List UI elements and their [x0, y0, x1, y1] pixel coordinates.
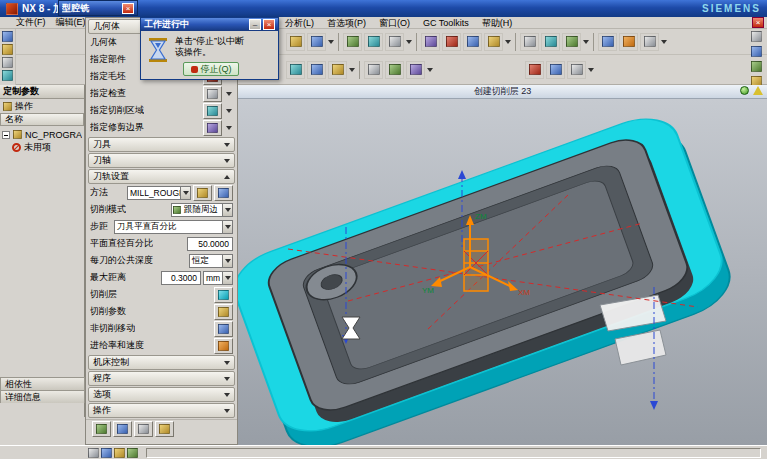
replay-button[interactable]: [113, 421, 132, 437]
cut-levels-button[interactable]: [214, 287, 233, 303]
toolbar-icon[interactable]: [567, 61, 586, 79]
toolbar-icon[interactable]: [525, 61, 544, 79]
chevron-down-icon[interactable]: [224, 120, 233, 136]
section-options[interactable]: 选项: [88, 387, 235, 402]
toolbar-icon[interactable]: [442, 33, 461, 51]
menu-file[interactable]: 文件(F): [16, 16, 46, 29]
toolbar-icon[interactable]: [286, 61, 305, 79]
cut-pattern-select[interactable]: 跟随周边: [171, 203, 233, 217]
toolbar-icon[interactable]: [484, 33, 503, 51]
toolbar-icon[interactable]: [751, 31, 762, 42]
tree-item-unused[interactable]: 未用项: [2, 141, 82, 154]
toolbar-icon[interactable]: [364, 61, 383, 79]
chevron-down-icon[interactable]: [222, 204, 232, 216]
toolbar-icon[interactable]: [2, 44, 13, 55]
non-cutting-moves-button[interactable]: [214, 321, 233, 337]
chevron-down-icon[interactable]: [504, 33, 512, 51]
tab-dependencies[interactable]: 相依性: [0, 377, 85, 390]
minimize-icon[interactable]: –: [249, 19, 261, 30]
toolbar-icon[interactable]: [406, 61, 425, 79]
chevron-down-icon[interactable]: [224, 103, 233, 119]
toolbar-icon[interactable]: [385, 33, 404, 51]
list-button[interactable]: [155, 421, 174, 437]
menu-edit[interactable]: 编辑(E): [56, 16, 86, 29]
statusbar-icon[interactable]: [114, 448, 125, 458]
toolbar-icon[interactable]: [328, 61, 347, 79]
verify-button[interactable]: [134, 421, 153, 437]
chevron-down-icon[interactable]: [222, 272, 232, 284]
max-distance-unit-select[interactable]: mm: [203, 271, 233, 285]
specify-check-button[interactable]: [203, 86, 222, 102]
specify-cut-area-button[interactable]: [203, 103, 222, 119]
statusbar-icon[interactable]: [101, 448, 112, 458]
section-program[interactable]: 程序: [88, 371, 235, 386]
toolbar-icon[interactable]: [343, 33, 362, 51]
method-select[interactable]: MILL_ROUGH: [127, 186, 191, 200]
menu-gc-toolkits[interactable]: GC Toolkits: [423, 18, 469, 28]
stepover-select[interactable]: 刀具平直百分比: [114, 220, 233, 234]
toolbar-icon[interactable]: [546, 61, 565, 79]
toolbar-icon[interactable]: [307, 61, 326, 79]
section-machine-control[interactable]: 机床控制: [88, 355, 235, 370]
toolbar-icon[interactable]: [562, 33, 581, 51]
flat-percent-input[interactable]: 50.0000: [187, 237, 233, 251]
menu-help[interactable]: 帮助(H): [482, 17, 513, 30]
toolbar-icon[interactable]: [286, 33, 305, 51]
toolbar-icon[interactable]: [421, 33, 440, 51]
progress-dialog-titlebar[interactable]: 工作进行中 – ×: [141, 18, 278, 31]
chevron-down-icon[interactable]: [660, 33, 668, 51]
generate-button[interactable]: [92, 421, 111, 437]
new-method-button[interactable]: [214, 185, 233, 201]
depth-per-cut-select[interactable]: 恒定: [189, 254, 233, 268]
section-tool[interactable]: 刀具: [88, 137, 235, 152]
statusbar-icon[interactable]: [88, 448, 99, 458]
menu-window[interactable]: 窗口(O): [379, 17, 410, 30]
name-column-header[interactable]: 名称: [0, 113, 84, 126]
section-tool-axis[interactable]: 刀轴: [88, 153, 235, 168]
chevron-down-icon[interactable]: [222, 255, 232, 267]
specify-trim-button[interactable]: [203, 120, 222, 136]
menu-preferences[interactable]: 首选项(P): [327, 17, 366, 30]
toolbar-icon[interactable]: [619, 33, 638, 51]
chevron-down-icon[interactable]: [587, 61, 595, 79]
chevron-down-icon[interactable]: [426, 61, 434, 79]
chevron-down-icon[interactable]: [222, 221, 232, 233]
toolbar-icon[interactable]: [2, 70, 13, 81]
cutting-parameters-button[interactable]: [214, 304, 233, 320]
statusbar-icon[interactable]: [127, 448, 138, 458]
toolbar-icon[interactable]: [640, 33, 659, 51]
toolbar-icon[interactable]: [541, 33, 560, 51]
toolbar-icon[interactable]: [463, 33, 482, 51]
menu-analysis[interactable]: 分析(L): [285, 17, 314, 30]
tree-item-nc-program[interactable]: NC_PROGRA: [2, 128, 82, 141]
chevron-down-icon[interactable]: [348, 61, 356, 79]
chevron-down-icon[interactable]: [180, 187, 190, 199]
status-sphere-icon[interactable]: [740, 86, 749, 95]
chevron-down-icon[interactable]: [224, 86, 233, 102]
navigator-filter[interactable]: 操作: [0, 99, 84, 113]
toolbar-icon[interactable]: [364, 33, 383, 51]
close-icon[interactable]: ×: [122, 3, 134, 14]
max-distance-input[interactable]: 0.3000: [161, 271, 201, 285]
status-cone-icon[interactable]: [753, 86, 763, 95]
graphics-window[interactable]: 创建切削层 23: [238, 85, 767, 445]
toolbar-icon[interactable]: [598, 33, 617, 51]
chevron-down-icon[interactable]: [327, 33, 335, 51]
toolbar-icon[interactable]: [385, 61, 404, 79]
toolbar-icon[interactable]: [2, 57, 13, 68]
feeds-speeds-button[interactable]: [214, 338, 233, 354]
section-path-settings[interactable]: 刀轨设置: [88, 169, 235, 184]
toolbar-icon[interactable]: [520, 33, 539, 51]
toolbar-icon[interactable]: [751, 61, 762, 72]
section-actions[interactable]: 操作: [88, 403, 235, 418]
collapse-icon[interactable]: [2, 131, 10, 139]
toolbar-icon[interactable]: [307, 33, 326, 51]
toolbar-icon[interactable]: [2, 31, 13, 42]
chevron-down-icon[interactable]: [582, 33, 590, 51]
toolbar-icon[interactable]: [751, 46, 762, 57]
document-close-icon[interactable]: ×: [752, 17, 764, 28]
edit-method-button[interactable]: [193, 185, 212, 201]
work-in-progress-dialog[interactable]: 工作进行中 – × 单击“停止”以中断 该操作。 停止(Q): [140, 17, 279, 80]
close-icon[interactable]: ×: [263, 19, 275, 30]
chevron-down-icon[interactable]: [405, 33, 413, 51]
